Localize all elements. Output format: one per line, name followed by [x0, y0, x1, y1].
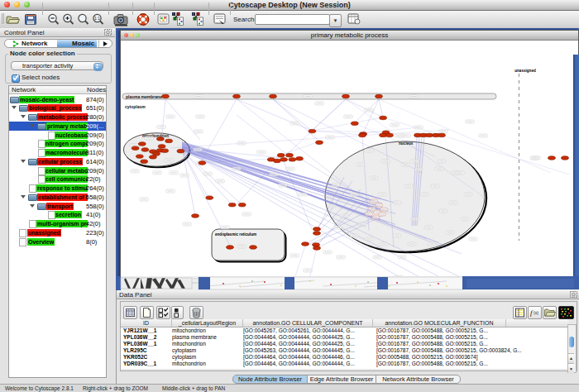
svg-text:unassigned: unassigned [514, 69, 536, 73]
svg-text:(x): (x) [534, 310, 538, 315]
svg-text:cytoplasm: cytoplasm [125, 104, 146, 109]
svg-text:endoplasmic reticulum: endoplasmic reticulum [215, 232, 256, 237]
svg-text:plasma membrane: plasma membrane [126, 94, 162, 99]
svg-text:nucleus: nucleus [399, 141, 414, 146]
svg-text:1:1: 1:1 [94, 16, 100, 21]
